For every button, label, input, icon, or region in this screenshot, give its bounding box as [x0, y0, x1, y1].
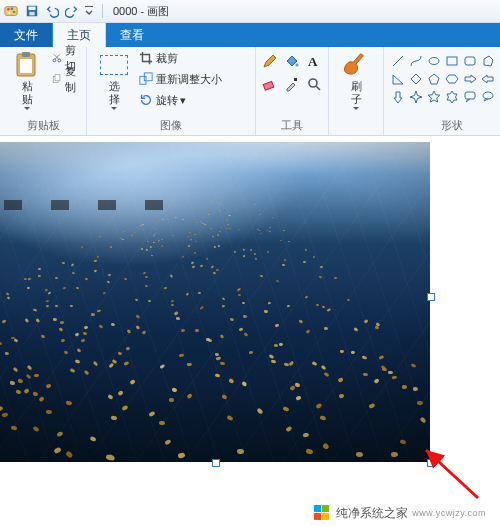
crop-icon — [139, 51, 153, 65]
svg-rect-20 — [263, 81, 274, 90]
canvas-area[interactable] — [0, 136, 500, 507]
svg-point-22 — [309, 79, 317, 87]
shape-callout-round-icon[interactable] — [462, 89, 478, 105]
title-bar: 0000 - 画图 — [0, 0, 500, 23]
group-label-shapes: 形状 — [390, 118, 500, 135]
svg-rect-21 — [294, 78, 297, 81]
svg-rect-26 — [465, 92, 475, 99]
magnifier-icon[interactable] — [306, 76, 322, 92]
select-button[interactable]: 选 择 — [93, 49, 135, 112]
svg-point-27 — [483, 92, 493, 99]
copy-pages-icon — [52, 72, 62, 86]
app-name: 画图 — [147, 5, 169, 17]
group-label-image: 图像 — [93, 118, 249, 135]
redo-icon[interactable] — [65, 4, 79, 18]
watermark-url: www.ycwjzy.com — [412, 508, 486, 518]
titlebar-separator — [102, 4, 103, 18]
tab-file[interactable]: 文件 — [0, 23, 53, 47]
svg-rect-25 — [465, 57, 475, 65]
resize-handle-right[interactable] — [427, 293, 435, 301]
color-picker-icon[interactable] — [284, 76, 300, 92]
shape-pentagon-icon[interactable] — [426, 71, 442, 87]
shape-polygon-icon[interactable] — [480, 53, 496, 69]
resize-button[interactable]: 重新调整大小 — [139, 70, 249, 88]
svg-rect-0 — [5, 7, 17, 16]
group-clipboard: 粘 贴 剪切 复制 剪贴板 — [0, 47, 87, 135]
paste-button[interactable]: 粘 贴 — [6, 49, 48, 112]
chevron-down-icon — [353, 107, 359, 110]
group-label-brushes — [335, 133, 377, 135]
svg-rect-10 — [22, 52, 30, 57]
clipboard-icon — [13, 51, 41, 79]
document-title: 0000 - 画图 — [113, 4, 169, 19]
shape-hexagon-icon[interactable] — [444, 71, 460, 87]
brushes-button[interactable]: 刷 子 — [335, 49, 377, 112]
shape-6star-icon[interactable] — [444, 89, 460, 105]
svg-rect-6 — [29, 7, 36, 11]
bucket-icon[interactable] — [284, 53, 300, 69]
save-icon[interactable] — [25, 4, 39, 18]
rotate-icon — [139, 93, 153, 107]
canvas-image[interactable] — [0, 142, 430, 462]
text-icon[interactable]: A — [306, 53, 322, 69]
group-shapes: 形状 — [384, 47, 500, 135]
shape-4star-icon[interactable] — [408, 89, 424, 105]
group-tools: A 工具 — [256, 47, 329, 135]
scissors-icon — [52, 51, 62, 65]
chevron-down-icon — [24, 107, 30, 110]
svg-point-12 — [53, 59, 56, 62]
doc-name: 0000 — [113, 5, 137, 17]
svg-point-3 — [13, 11, 15, 13]
chevron-down-icon — [111, 107, 117, 110]
annotation-arrow — [408, 436, 488, 506]
resize-handle-bottom[interactable] — [212, 459, 220, 467]
svg-point-4 — [8, 12, 10, 14]
shape-arrow-down-icon[interactable] — [390, 89, 406, 105]
group-label-tools: 工具 — [262, 118, 322, 135]
select-dashed-icon — [100, 51, 128, 79]
paint-app-icon — [4, 4, 18, 18]
tab-view[interactable]: 查看 — [106, 23, 158, 47]
svg-rect-8 — [85, 6, 93, 7]
copy-button[interactable]: 复制 — [52, 70, 80, 88]
pencil-icon[interactable] — [262, 53, 278, 69]
rotate-button[interactable]: 旋转 ▾ — [139, 91, 249, 109]
svg-rect-24 — [447, 57, 457, 65]
svg-point-1 — [7, 8, 9, 10]
shape-line-icon[interactable] — [390, 53, 406, 69]
crop-button[interactable]: 裁剪 — [139, 49, 249, 67]
eraser-icon[interactable] — [262, 76, 278, 92]
shape-callout-oval-icon[interactable] — [480, 89, 496, 105]
watermark-brand: 纯净系统之家 — [336, 505, 408, 522]
ribbon: 粘 贴 剪切 复制 剪贴板 选 择 — [0, 47, 500, 136]
watermark-logo-icon — [314, 505, 330, 521]
group-brushes: 刷 子 — [329, 47, 384, 135]
shape-diamond-icon[interactable] — [408, 71, 424, 87]
group-label-clipboard: 剪贴板 — [6, 118, 80, 135]
svg-rect-15 — [55, 75, 60, 81]
svg-point-13 — [58, 59, 61, 62]
shape-arrow-right-icon[interactable] — [462, 71, 478, 87]
shapes-gallery[interactable] — [390, 49, 500, 105]
shape-curve-icon[interactable] — [408, 53, 424, 69]
resize-icon — [139, 72, 153, 86]
shape-right-triangle-icon[interactable] — [390, 71, 406, 87]
svg-rect-11 — [20, 59, 32, 73]
shape-roundrect-icon[interactable] — [462, 53, 478, 69]
group-image: 选 择 裁剪 重新调整大小 旋转 ▾ 图像 — [87, 47, 256, 135]
svg-point-18 — [295, 63, 298, 66]
svg-point-23 — [429, 58, 439, 65]
svg-text:A: A — [308, 54, 318, 69]
svg-rect-7 — [29, 12, 34, 16]
shape-5star-icon[interactable] — [426, 89, 442, 105]
svg-point-2 — [11, 8, 13, 10]
shape-oval-icon[interactable] — [426, 53, 442, 69]
shape-arrow-left-icon[interactable] — [480, 71, 496, 87]
undo-icon[interactable] — [45, 4, 59, 18]
qat-dropdown-icon[interactable] — [85, 5, 93, 17]
brush-icon — [342, 51, 370, 79]
watermark: 纯净系统之家 www.ycwjzy.com — [0, 499, 500, 527]
shape-rect-icon[interactable] — [444, 53, 460, 69]
